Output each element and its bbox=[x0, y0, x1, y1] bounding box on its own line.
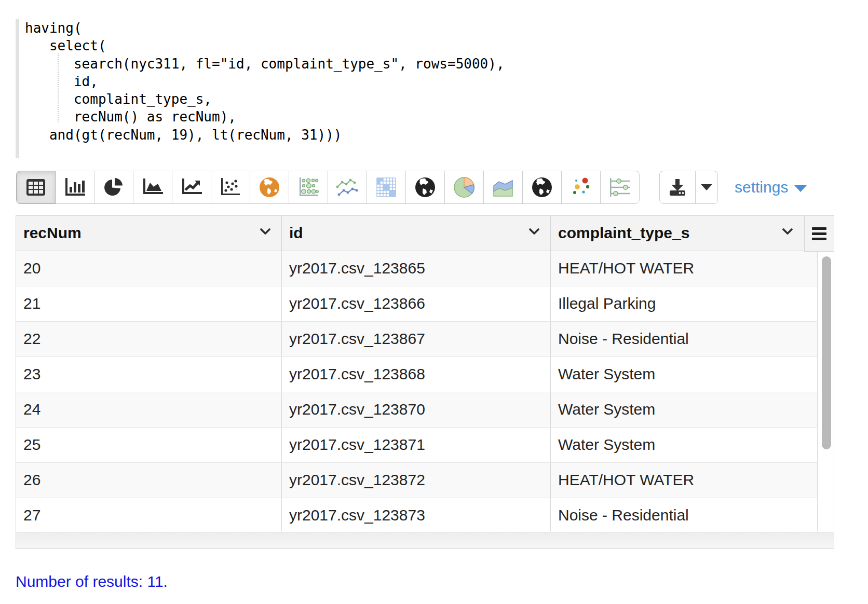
heatmap-icon bbox=[376, 177, 397, 198]
cell-id: yr2017.csv_123868 bbox=[282, 357, 551, 392]
column-header-complaint_type_s[interactable]: complaint_type_s bbox=[551, 216, 818, 251]
chart-scatter-chart-button[interactable] bbox=[211, 171, 250, 204]
chart-parallel-sliders-button[interactable] bbox=[600, 171, 640, 204]
indent-guide bbox=[58, 53, 59, 122]
settings-toggle[interactable]: settings bbox=[735, 171, 807, 204]
chart-table-button[interactable] bbox=[16, 171, 56, 204]
cell-recNum: 27 bbox=[16, 498, 282, 531]
cell-recNum: 22 bbox=[16, 322, 282, 356]
code-text: having( select( search(nyc311, fl="id, c… bbox=[25, 19, 825, 144]
table-row[interactable]: 22yr2017.csv_123867Noise - Residential bbox=[16, 322, 818, 357]
chart-heatmap-button[interactable] bbox=[367, 171, 406, 204]
chart-ultimate-area-button[interactable] bbox=[483, 171, 523, 204]
download-button-group bbox=[659, 171, 718, 204]
table-row[interactable]: 26yr2017.csv_123872HEAT/HOT WATER bbox=[16, 463, 818, 498]
chart-geo-map-globe-button[interactable] bbox=[405, 171, 445, 204]
download-icon bbox=[668, 178, 687, 197]
chart-bubble-chart-button[interactable] bbox=[289, 171, 328, 204]
parallel-sliders-icon bbox=[608, 177, 631, 198]
table-row[interactable]: 23yr2017.csv_123868Water System bbox=[16, 357, 818, 392]
bubble-chart-icon bbox=[297, 177, 319, 197]
table-header-row: recNumidcomplaint_type_s bbox=[16, 216, 818, 251]
chart-area-chart-button[interactable] bbox=[133, 171, 172, 204]
cell-complaint_type_s: Noise - Residential bbox=[551, 322, 818, 356]
geo-map-globe-2-icon bbox=[532, 177, 552, 198]
cell-recNum: 23 bbox=[16, 357, 282, 392]
horizontal-scrollbar-track[interactable] bbox=[16, 532, 834, 548]
cell-complaint_type_s: Water System bbox=[551, 357, 818, 392]
code-editor[interactable]: having( select( search(nyc311, fl="id, c… bbox=[16, 19, 825, 158]
download-button[interactable] bbox=[659, 171, 696, 204]
table-row[interactable]: 24yr2017.csv_123870Water System bbox=[16, 392, 818, 428]
table-row[interactable]: 20yr2017.csv_123865HEAT/HOT WATER bbox=[16, 251, 818, 286]
grid-menu-button[interactable] bbox=[804, 216, 834, 252]
multi-line-chart-icon bbox=[336, 177, 359, 197]
scatter-chart-icon bbox=[221, 178, 240, 197]
settings-caret-icon bbox=[794, 185, 807, 192]
line-chart-icon bbox=[181, 179, 202, 196]
column-header-recNum[interactable]: recNum bbox=[16, 216, 282, 251]
scatter-color-icon bbox=[571, 177, 591, 198]
cell-recNum: 24 bbox=[16, 392, 282, 427]
cell-recNum: 25 bbox=[16, 428, 282, 462]
bar-chart-icon bbox=[64, 178, 85, 197]
ultimate-area-icon bbox=[492, 177, 514, 197]
settings-label: settings bbox=[735, 179, 788, 196]
chart-line-chart-button[interactable] bbox=[172, 171, 211, 204]
results-count-text: Number of results: 11. bbox=[16, 573, 168, 591]
table-row[interactable]: 27yr2017.csv_123873Noise - Residential bbox=[16, 498, 818, 531]
cell-id: yr2017.csv_123872 bbox=[282, 463, 551, 498]
column-label: recNum bbox=[23, 224, 82, 241]
ultimate-pie-icon bbox=[453, 176, 475, 198]
chart-multi-line-chart-button[interactable] bbox=[328, 171, 367, 204]
chart-ultimate-pie-button[interactable] bbox=[444, 171, 484, 204]
table-icon bbox=[26, 179, 46, 196]
cell-id: yr2017.csv_123866 bbox=[282, 286, 551, 321]
cell-id: yr2017.csv_123870 bbox=[282, 392, 551, 427]
cell-recNum: 20 bbox=[16, 251, 282, 286]
menu-icon bbox=[812, 225, 826, 243]
column-label: id bbox=[289, 224, 303, 241]
table-row[interactable]: 21yr2017.csv_123866Illegal Parking bbox=[16, 286, 818, 322]
cell-id: yr2017.csv_123865 bbox=[282, 251, 551, 286]
cell-complaint_type_s: Noise - Residential bbox=[551, 498, 818, 531]
cell-recNum: 26 bbox=[16, 463, 282, 498]
chart-bar-chart-button[interactable] bbox=[55, 171, 94, 204]
area-chart-icon bbox=[142, 179, 163, 196]
cell-id: yr2017.csv_123867 bbox=[282, 322, 551, 356]
download-options-button[interactable] bbox=[695, 171, 718, 204]
column-label: complaint_type_s bbox=[558, 224, 689, 241]
display-toolbar: settings bbox=[16, 171, 852, 204]
chart-geo-map-globe-2-button[interactable] bbox=[522, 171, 562, 204]
table-row[interactable]: 25yr2017.csv_123871Water System bbox=[16, 428, 818, 463]
cell-complaint_type_s: Water System bbox=[551, 392, 818, 427]
pie-chart-icon bbox=[103, 177, 124, 197]
cell-recNum: 21 bbox=[16, 286, 282, 321]
chart-type-button-group bbox=[16, 171, 640, 204]
table-body: 20yr2017.csv_123865HEAT/HOT WATER21yr201… bbox=[16, 251, 818, 531]
cell-complaint_type_s: HEAT/HOT WATER bbox=[551, 251, 818, 286]
cell-id: yr2017.csv_123871 bbox=[282, 428, 551, 462]
chart-map-orange-globe-button[interactable] bbox=[250, 171, 289, 204]
result-table: recNumidcomplaint_type_s 20yr2017.csv_12… bbox=[16, 215, 834, 549]
cell-id: yr2017.csv_123873 bbox=[282, 498, 551, 531]
chart-scatter-color-button[interactable] bbox=[561, 171, 601, 204]
cell-complaint_type_s: Illegal Parking bbox=[551, 286, 818, 321]
caret-down-icon bbox=[701, 184, 712, 190]
column-header-id[interactable]: id bbox=[282, 216, 551, 251]
vertical-scrollbar[interactable] bbox=[822, 256, 831, 449]
chart-pie-chart-button[interactable] bbox=[94, 171, 133, 204]
map-orange-globe-icon bbox=[259, 177, 280, 198]
cell-complaint_type_s: HEAT/HOT WATER bbox=[551, 463, 818, 498]
geo-map-globe-icon bbox=[415, 177, 436, 198]
cell-complaint_type_s: Water System bbox=[551, 428, 818, 462]
